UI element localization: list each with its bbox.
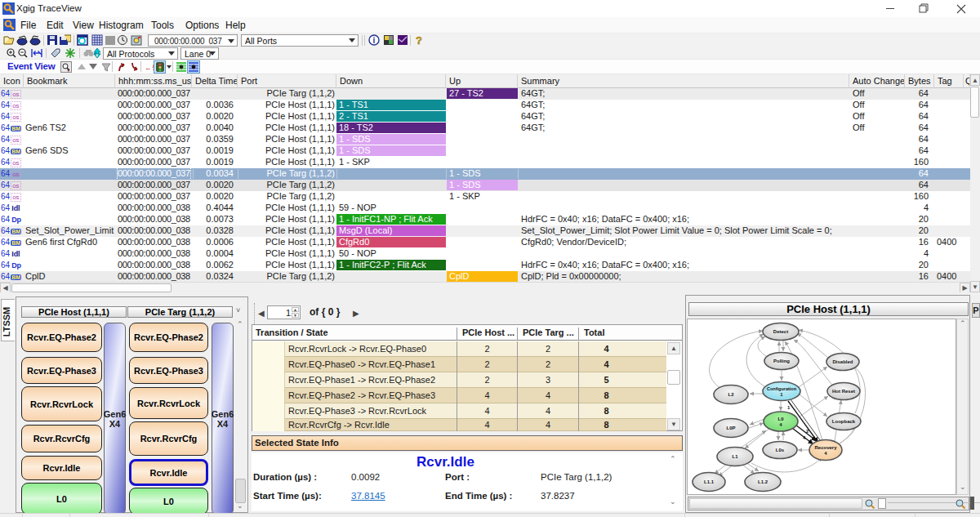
svg-text:L1: L1 (732, 454, 738, 459)
svg-text:1: 1 (787, 405, 791, 410)
svg-text:Polling: Polling (773, 359, 790, 363)
svg-text:Detect: Detect (773, 329, 788, 334)
svg-text:Disabled: Disabled (832, 359, 853, 364)
svg-text:L1.2: L1.2 (758, 479, 768, 484)
svg-text:Hot Reset: Hot Reset (832, 389, 855, 394)
svg-text:L2: L2 (728, 392, 734, 397)
svg-text:L1.1: L1.1 (704, 479, 715, 484)
svg-text:L0P: L0P (726, 426, 735, 430)
svg-text:Loopback: Loopback (832, 419, 856, 424)
svg-text:L0s: L0s (776, 448, 785, 452)
svg-text:L0: L0 (777, 417, 784, 421)
svg-text:Recovery: Recovery (814, 445, 837, 450)
svg-text:i: i (373, 36, 376, 45)
svg-text:?: ? (416, 34, 422, 46)
svg-text:Configuration: Configuration (767, 386, 797, 391)
